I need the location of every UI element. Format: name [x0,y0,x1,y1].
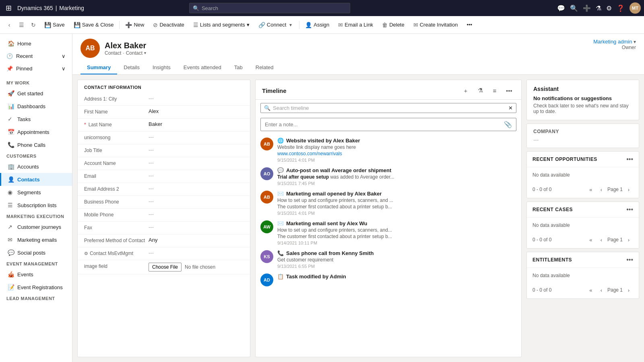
tab-details[interactable]: Details [117,61,146,74]
sidebar-item-subscription-lists[interactable]: ☰ Subscription lists [0,199,72,212]
record-info: Alex Baker Contact · Contact ▾ [105,41,146,56]
entitlements-more-icon[interactable]: ••• [626,256,633,263]
field-value-mobile-phone[interactable]: --- [149,211,244,217]
sidebar-item-pinned[interactable]: 📌 Pinned ∨ [0,62,72,75]
next-page-button[interactable]: › [624,286,633,294]
field-value-fax[interactable]: --- [149,224,244,230]
first-page-button[interactable]: « [586,185,595,194]
field-value-contact-msevtmgmt[interactable]: --- [149,250,244,256]
tasks-icon: ✓ [8,116,14,122]
choose-file-button[interactable]: Choose File [149,263,182,272]
sidebar-item-phone-calls[interactable]: 📞 Phone Calls [0,138,72,151]
next-page-button[interactable]: › [624,235,633,244]
field-label-contact-msevtmgmt: ⚙ Contact MsEvtMgmt [84,250,149,256]
record-type-chevron-icon[interactable]: ▾ [144,51,146,55]
delete-button[interactable]: 🗑 Delete [378,19,409,31]
field-value-email[interactable]: --- [149,173,244,179]
settings-icon[interactable]: ⚙ [606,4,612,12]
field-value-job-title[interactable]: --- [149,147,244,153]
owner-chevron-icon[interactable]: ▾ [634,39,636,45]
timeline-add-button[interactable]: + [460,85,471,96]
field-value-unicornsong[interactable]: --- [149,134,244,140]
sidebar-item-get-started[interactable]: 🚀 Get started [0,87,72,100]
sidebar-item-social-posts[interactable]: 💬 Social posts [0,246,72,259]
tab-summary[interactable]: Summary [80,61,117,74]
first-page-button[interactable]: « [586,286,595,294]
record-type2[interactable]: Contact [126,50,142,56]
prev-page-button[interactable]: ‹ [597,286,606,294]
sidebar-item-home[interactable]: 🏠 Home [0,37,72,50]
timeline-filter-button[interactable]: ⚗ [475,85,486,96]
sidebar-toggle-button[interactable]: ☰ [15,19,27,31]
sidebar-item-events[interactable]: 🎪 Events [0,268,72,281]
new-button[interactable]: ➕ New [121,19,148,31]
email-link-button[interactable]: ✉ Email a Link [334,19,377,31]
prev-page-button[interactable]: ‹ [597,185,606,194]
chat-icon[interactable]: 💬 [557,4,565,12]
filter-icon[interactable]: ⚗ [596,4,601,12]
sidebar-item-segments[interactable]: ◉ Segments [0,186,72,199]
owner-name[interactable]: Marketing admin [593,39,632,45]
lists-segments-button[interactable]: ☰ Lists and segments ▾ [189,19,254,31]
sidebar-item-tasks[interactable]: ✓ Tasks [0,113,72,125]
more-commands-button[interactable]: ••• [462,19,476,30]
recent-cases-more-icon[interactable]: ••• [626,206,633,213]
entry-avatar: AD [260,274,273,286]
field-value-first-name[interactable]: Alex [149,108,244,114]
sidebar-item-accounts[interactable]: 🏢 Accounts [0,160,72,173]
recent-opportunities-more-icon[interactable]: ••• [626,156,633,163]
save-close-button[interactable]: 💾 Save & Close [70,19,118,31]
help-icon[interactable]: ❓ [617,4,625,12]
my-work-section-title: My Work [0,78,72,87]
field-value-business-phone[interactable]: --- [149,198,244,204]
assign-button[interactable]: 👤 Assign [301,19,333,31]
tab-insights[interactable]: Insights [146,61,177,74]
field-label-first-name: First Name [84,108,149,115]
timeline-sort-button[interactable]: ≡ [489,85,500,96]
entry-url[interactable]: www.contoso.com/newarrivals [277,151,342,156]
deactivate-button[interactable]: ⊘ Deactivate [149,19,188,31]
lists-icon: ☰ [193,22,198,28]
note-input[interactable] [265,121,504,128]
global-search[interactable]: 🔍 [189,3,350,13]
sidebar-item-appointments[interactable]: 📅 Appointments [0,125,72,138]
field-value-address-city[interactable]: --- [149,95,244,101]
user-avatar[interactable]: MT [630,2,641,14]
sidebar-item-event-registrations[interactable]: 📝 Event Registrations [0,281,72,294]
create-invitation-button[interactable]: ✉ Create Invitation [409,19,462,31]
timeline-more-button[interactable]: ••• [504,85,515,96]
separator-2 [299,21,299,29]
field-value-email-address-2[interactable]: --- [149,185,244,191]
field-value-account-name[interactable]: --- [149,160,244,166]
refresh-button[interactable]: ↻ [27,19,39,31]
search-input[interactable] [202,5,347,11]
sidebar-item-label: Phone Calls [17,142,45,148]
sidebar-item-customer-journeys[interactable]: ↗ Customer journeys [0,220,72,233]
record-type1[interactable]: Contact [105,50,121,56]
sidebar-item-recent[interactable]: 🕐 Recent ∨ [0,50,72,62]
tab-events-attended[interactable]: Events attended [177,61,228,74]
add-icon[interactable]: ➕ [583,4,591,12]
prev-page-button[interactable]: ‹ [597,235,606,244]
next-page-button[interactable]: › [624,185,633,194]
field-value-last-name[interactable]: Baker [149,121,244,127]
search-nav-icon[interactable]: 🔍 [570,4,578,12]
website-icon: 🌐 [277,138,284,144]
connect-button[interactable]: 🔗 Connect ▾ [254,17,297,33]
timeline-search-input[interactable] [273,105,506,111]
connect-chevron-icon[interactable]: ▾ [288,20,293,30]
sidebar-item-marketing-emails[interactable]: ✉ Marketing emails [0,233,72,246]
back-button[interactable]: ‹ [3,19,15,31]
save-button[interactable]: 💾 Save [40,19,69,31]
field-value-preferred-method[interactable]: Any [149,237,244,243]
tab-tab[interactable]: Tab [228,61,249,74]
sidebar-item-dashboards[interactable]: 📊 Dashboards [0,100,72,113]
sidebar-item-contacts[interactable]: 👤 Contacts [0,173,72,186]
first-page-button[interactable]: « [586,235,595,244]
tab-related[interactable]: Related [249,61,280,74]
event-management-section-title: Event management [0,259,72,268]
record-subtitle: Contact · Contact ▾ [105,50,146,56]
attach-icon[interactable]: 📎 [504,121,512,128]
timeline-clear-icon[interactable]: ✕ [508,105,513,111]
grid-menu-icon[interactable]: ⊞ [3,2,14,14]
